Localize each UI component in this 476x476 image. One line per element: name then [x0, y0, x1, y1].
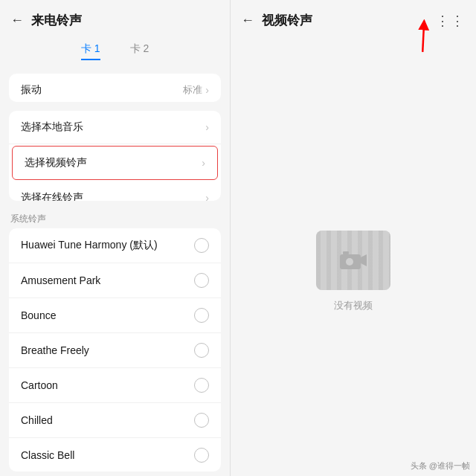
- ringtone-name: Chilled: [21, 414, 53, 426]
- ringtone-name: Classic Bell: [21, 449, 74, 461]
- radio-button[interactable]: [194, 238, 209, 253]
- left-back-arrow[interactable]: ←: [10, 13, 24, 28]
- radio-button[interactable]: [194, 273, 209, 288]
- ringtone-name: Amusement Park: [21, 274, 100, 286]
- no-video-text: 没有视频: [334, 299, 373, 312]
- vibration-section: 振动 标准 ›: [9, 74, 221, 102]
- ringtone-name: Bounce: [21, 309, 56, 321]
- video-ringtone-label: 选择视频铃声: [25, 156, 87, 170]
- tab-card1[interactable]: 卡 1: [81, 42, 100, 60]
- svg-marker-3: [361, 254, 367, 266]
- right-panel: ← 视频铃声 ⋮⋮ 没有视频 头条 @谁: [231, 0, 476, 476]
- radio-button[interactable]: [194, 378, 209, 393]
- left-panel: ← 来电铃声 卡 1 卡 2 振动 标准 › 选择本地音乐 › 选择视频铃声 ›…: [0, 0, 231, 476]
- right-back-arrow[interactable]: ←: [241, 13, 254, 28]
- radio-button[interactable]: [194, 343, 209, 358]
- vibration-chevron: ›: [205, 84, 209, 96]
- svg-rect-5: [343, 251, 349, 254]
- right-header: ← 视频铃声 ⋮⋮: [231, 0, 476, 36]
- video-ringtone-chevron: ›: [202, 157, 205, 169]
- vibration-value: 标准 ›: [183, 83, 209, 97]
- local-music-label: 选择本地音乐: [21, 120, 83, 134]
- ringtone-item[interactable]: Amusement Park: [9, 263, 221, 298]
- tab-card2[interactable]: 卡 2: [130, 42, 149, 60]
- ringtone-item[interactable]: Chilled: [9, 403, 221, 438]
- video-placeholder: [316, 231, 390, 290]
- ringtone-item[interactable]: Breathe Freely: [9, 333, 221, 368]
- ringtone-name: Breathe Freely: [21, 344, 89, 356]
- left-header: ← 来电铃声: [0, 0, 230, 36]
- online-ringtone-item[interactable]: 选择在线铃声 ›: [9, 181, 221, 201]
- video-content-area: 没有视频: [231, 66, 476, 476]
- svg-point-4: [346, 258, 353, 266]
- ringtone-item[interactable]: Huawei Tune Harmony (默认): [9, 228, 221, 263]
- camera-icon: [340, 250, 367, 271]
- dots-icon: ⋮⋮: [436, 13, 466, 28]
- ringtone-item[interactable]: Bounce: [9, 298, 221, 333]
- ringtone-item[interactable]: Cartoon: [9, 368, 221, 403]
- ringtone-name: Huawei Tune Harmony (默认): [21, 239, 158, 252]
- vibration-label: 振动: [21, 83, 42, 97]
- vibration-item[interactable]: 振动 标准 ›: [9, 74, 221, 102]
- tabs-container: 卡 1 卡 2: [0, 36, 230, 69]
- ringtone-name: Cartoon: [21, 379, 58, 391]
- radio-button[interactable]: [194, 448, 209, 463]
- ringtone-item[interactable]: Classic Bell: [9, 438, 221, 472]
- online-ringtone-label: 选择在线铃声: [21, 191, 83, 201]
- local-music-chevron: ›: [205, 121, 209, 133]
- radio-button[interactable]: [194, 413, 209, 428]
- video-ringtone-item[interactable]: 选择视频铃声 ›: [12, 146, 218, 180]
- left-title: 来电铃声: [31, 12, 82, 29]
- watermark: 头条 @谁得一帧: [411, 460, 470, 472]
- system-ringtone-header: 系统铃声: [0, 205, 230, 228]
- radio-button[interactable]: [194, 308, 209, 323]
- menu-section: 选择本地音乐 › 选择视频铃声 › 选择在线铃声 ›: [9, 111, 221, 201]
- right-title: 视频铃声: [262, 12, 312, 29]
- online-ringtone-chevron: ›: [205, 192, 209, 201]
- local-music-item[interactable]: 选择本地音乐 ›: [9, 111, 221, 144]
- more-options[interactable]: ⋮⋮: [436, 13, 466, 29]
- ringtone-list: Huawei Tune Harmony (默认) Amusement Park …: [9, 228, 221, 472]
